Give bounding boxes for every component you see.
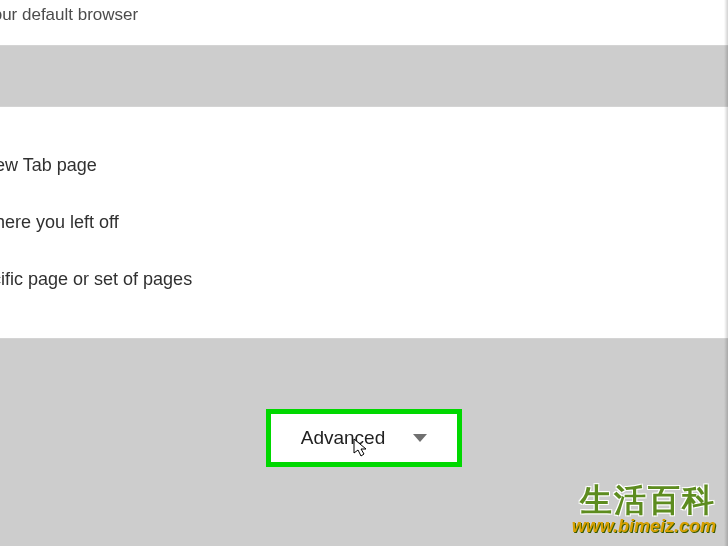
right-edge-shadow <box>724 0 728 546</box>
default-browser-section: e your default browser <box>0 0 728 46</box>
default-browser-text: e your default browser <box>0 5 728 25</box>
startup-option-new-tab[interactable]: New Tab page <box>0 137 728 194</box>
watermark-title: 生活百科 <box>572 484 716 516</box>
advanced-toggle-button[interactable]: Advanced <box>266 409 463 467</box>
watermark: 生活百科 www.bimeiz.com <box>572 484 716 538</box>
startup-option-continue[interactable]: where you left off <box>0 194 728 251</box>
startup-option-specific[interactable]: ecific page or set of pages <box>0 251 728 308</box>
chevron-down-icon <box>413 434 427 442</box>
on-startup-section: New Tab page where you left off ecific p… <box>0 106 728 339</box>
watermark-url: www.bimeiz.com <box>572 516 716 538</box>
advanced-label: Advanced <box>301 427 386 449</box>
advanced-container: Advanced <box>0 409 728 467</box>
